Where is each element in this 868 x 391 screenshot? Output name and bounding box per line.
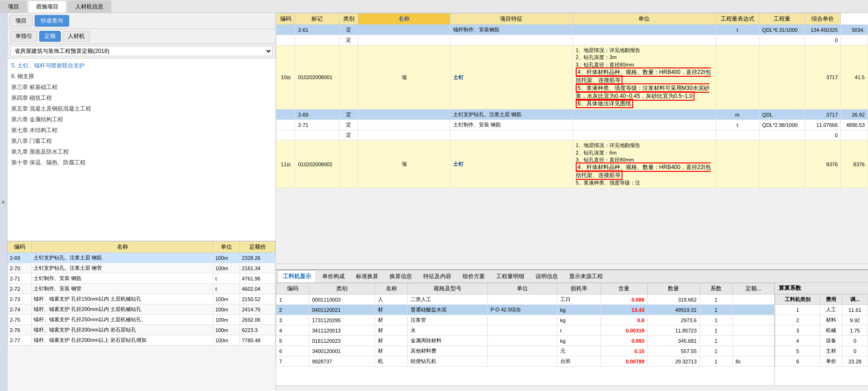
left-table-row[interactable]: 2-77锚杆、锚索支护 孔径200mm以上 岩石层钻孔增加100m7780.48 [8,335,275,346]
bottom-table-row[interactable]: 10001110003人二类人工工日0.086319.6621 [276,295,774,305]
bottom-tab[interactable]: 工料机显示 [278,270,316,282]
right-panel: 编码标记类别名称项目特征单位工程量表达式工程量综合单价2-61定锚杆制作、安装钢… [276,13,868,391]
tree-item[interactable]: 第五章 混凝土及钢筋混凝土工程 [7,103,275,114]
main-table-row[interactable]: 11⊟010202008002项土钉1、地层情况：详见地勘报告2、钻孔深度：6m… [276,140,868,188]
top-nav: 项目 措施项目 人材机信息 [0,0,868,13]
tree-item[interactable]: 第四章 砌筑工程 [7,93,275,103]
quota-select-row: 省房屋建筑与装饰工程预算定额(2018) [7,44,275,59]
bottom-tabs: 工料机显示单价构成标准换算换算信息特征及内容组价方案工程量明细说明信息显示来源工… [276,270,868,283]
bottom-content: 编码类别名称规格及型号单位损耗率含量数量系数定额...10001110003人二… [276,283,868,385]
main-table-row[interactable]: 定0 [276,130,868,140]
bottom-scrollbar[interactable] [276,385,868,391]
main-quota-table: 编码标记类别名称项目特征单位工程量表达式工程量综合单价2-61定锚杆制作、安装钢… [276,13,868,188]
left-quota-table: 编码名称单位定额价2-69土钉支护钻孔、注浆土层 钢筋100m2328.262-… [7,241,275,346]
left-top-tabs: 项目 快速查询 [7,13,275,29]
main-table-row[interactable]: 2-69定土钉支护钻孔、注浆土层 钢筋mQDL371726.92 [276,110,868,120]
tree-item[interactable]: 第七章 木结构工程 [7,125,275,136]
tab-item[interactable]: 项目 [9,15,33,27]
tree-item[interactable]: 第八章 门窗工程 [7,136,275,147]
bottom-table-row[interactable]: 79928737机轻便钻孔机台班0.0078929.3271318c [276,356,774,367]
tree-item[interactable]: 第十章 保温、隔热、防腐工程 [7,157,275,168]
tree-item[interactable]: 第三章 桩基础工程 [7,82,275,93]
expand-btn[interactable]: ⊟ [287,162,290,167]
bottom-main-table: 编码类别名称规格及型号单位损耗率含量数量系数定额...10001110003人二… [276,283,774,385]
left-table-row[interactable]: 2-74锚杆、锚索支护 孔径200mm以内 土层机械钻孔100m2414.75 [8,304,275,315]
bottom-table-row[interactable]: 20401120021材普通硅酸盐水泥P·O 42.5综合kg13.434991… [276,305,774,315]
btn-quota[interactable]: 定额 [39,31,61,42]
tree-item[interactable]: 5. 土钉、锚杆与喷射联合支护 [7,60,275,71]
left-panel: « 项目 快速查询 单指引 定额 人材机 省 [0,13,276,391]
quota-select[interactable]: 省房屋建筑与装饰工程预算定额(2018) [10,46,273,56]
left-table-row[interactable]: 2-75锚杆、锚索支护 孔径250mm以内 土层机械钻孔100m2692.06 [8,315,275,325]
sidebar-row: 1人工11.61 [775,305,868,315]
bottom-tab[interactable]: 显示来源工程 [564,270,608,282]
left-table-row[interactable]: 2-76锚杆、锚索支护 孔径200mm以内 岩石层钻孔100m6223.3 [8,325,275,335]
sidebar-table: 工料机类别费用调...1人工11.612材料9.923机械1.754设备05主材… [775,294,868,367]
bottom-sidebar: 算算系数工料机类别费用调...1人工11.612材料9.923机械1.754设备… [774,283,868,385]
left-table-row[interactable]: 2-71土钉制作、安装 钢筋t4761.96 [8,273,275,284]
sidebar-row: 4设备0 [775,336,868,346]
left-tree: 5. 土钉、锚杆与喷射联合支护6. 钢支撑第三章 桩基础工程第四章 砌筑工程第五… [7,59,275,241]
left-collapse-btn[interactable]: « [0,13,7,391]
left-table-row[interactable]: 2-70土钉支护钻孔、注浆土层 钢管100m2161.34 [8,263,275,273]
left-table-row[interactable]: 2-69土钉支护钻孔、注浆土层 钢筋100m2328.26 [8,253,275,263]
left-btn-row: 单指引 定额 人材机 [7,29,275,44]
tab-quick-query[interactable]: 快速查询 [35,15,69,27]
main-table-row[interactable]: 2-61定锚杆制作、安装钢筋tQDL*6.31/1000134.45032550… [276,25,868,35]
left-table-row[interactable]: 2-72土钉制作、安装 钢管t4602.04 [8,284,275,294]
bottom-table-row[interactable]: 50161120023材金属周转材料kg0.093345.6811 [276,336,774,346]
bottom-tab[interactable]: 组价方案 [457,270,490,282]
collapse-arrow-icon: « [0,200,7,204]
btn-resources[interactable]: 人材机 [63,31,90,42]
bottom-tab[interactable]: 标准换算 [351,270,383,282]
sidebar-title: 算算系数 [775,283,868,294]
btn-single-ref[interactable]: 单指引 [10,31,37,42]
main-table-row[interactable]: 2-71定土钉制作、安装 钢筋tQDL*2.98/100011.07666489… [276,120,868,130]
expand-btn[interactable]: ⊟ [287,75,290,80]
tree-item[interactable]: 6. 钢支撑 [7,71,275,82]
tab-resources[interactable]: 人材机信息 [67,0,111,13]
tab-project[interactable]: 项目 [0,0,27,13]
main-table-row[interactable]: 定0 [276,35,868,45]
bottom-tab[interactable]: 换算信息 [384,270,417,282]
bottom-panel: 工料机显示单价构成标准换算换算信息特征及内容组价方案工程量明细说明信息显示来源工… [276,269,868,391]
bottom-table-row[interactable]: 43411120013材水t0.0031911.857231 [276,325,774,336]
left-bottom-table-area: 编码名称单位定额价2-69土钉支护钻孔、注浆土层 钢筋100m2328.262-… [7,241,275,391]
main-table-row[interactable]: 10⊟010202008001项土钉1、地层情况：详见地勘报告2、钻孔深度：3m… [276,45,868,110]
tab-measures[interactable]: 措施项目 [28,0,66,13]
sidebar-row: 2材料9.92 [775,315,868,325]
bottom-tab[interactable]: 工程量明细 [491,270,529,282]
right-scrollbar[interactable] [276,264,868,269]
left-table-row[interactable]: 2-73锚杆、锚索支护 孔径150mm以内 土层机械钻孔100m2150.52 [8,294,275,304]
bottom-tab[interactable]: 特征及内容 [418,270,456,282]
sidebar-row: 3机械1.75 [775,325,868,336]
sidebar-row: 5主材0 [775,346,868,356]
bottom-table-row[interactable]: 63400120001材其他材料费元0.15557.551 [276,346,774,356]
workres-table: 编码类别名称规格及型号单位损耗率含量数量系数定额...10001110003人二… [276,283,774,367]
bottom-table-row[interactable]: 31731120295材注浆管kg0.82973.61 [276,315,774,325]
sidebar-row: 6单价23.28 [775,356,868,367]
tree-item[interactable]: 第六章 金属结构工程 [7,114,275,125]
bottom-tab[interactable]: 说明信息 [530,270,563,282]
bottom-tab[interactable]: 单价构成 [317,270,350,282]
tree-item[interactable]: 第九章 屋面及防水工程 [7,147,275,157]
right-top-table-area: 编码标记类别名称项目特征单位工程量表达式工程量综合单价2-61定锚杆制作、安装钢… [276,13,868,264]
main-area: « 项目 快速查询 单指引 定额 人材机 省 [0,13,868,391]
